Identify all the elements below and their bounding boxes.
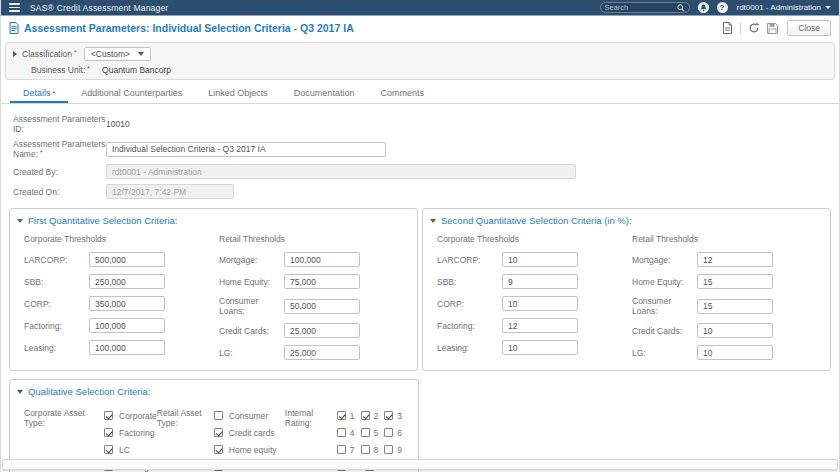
second-quantitative-panel: Second Quantitative Selection Criteria (…: [422, 208, 831, 371]
details-form: Assessment Parameters ID: 10010 Assessme…: [1, 104, 839, 206]
assessment-name-label: Assessment Parameters Name:*: [13, 139, 106, 159]
lg-pct-input[interactable]: [697, 345, 773, 360]
business-unit-label: Business Unit:*: [31, 65, 90, 75]
consumer-checkbox[interactable]: Consumer: [214, 407, 277, 424]
checkbox-icon[interactable]: [104, 411, 113, 420]
checkbox-icon[interactable]: [384, 445, 393, 454]
factoring-pct-input[interactable]: [502, 318, 578, 333]
corp-threshold-input[interactable]: [89, 296, 165, 311]
lc-checkbox[interactable]: LC: [104, 441, 157, 458]
home-equity-threshold-input[interactable]: [284, 274, 360, 289]
consumer-loans-pct-input[interactable]: [697, 299, 773, 314]
home-equity-checkbox[interactable]: Home equity: [214, 441, 277, 458]
field-label: Credit Cards:: [219, 326, 284, 336]
assessment-name-input[interactable]: [106, 142, 386, 157]
rating-8-checkbox[interactable]: 8: [361, 445, 379, 455]
factoring-threshold-input[interactable]: [89, 318, 165, 333]
field-label: SBB:: [437, 277, 502, 287]
field-label: Factoring:: [437, 321, 502, 331]
checkbox-icon[interactable]: [104, 445, 113, 454]
larcorp-pct-input[interactable]: [502, 252, 578, 267]
checkbox-icon[interactable]: [384, 428, 393, 437]
assessment-id-label: Assessment Parameters ID:: [13, 114, 106, 134]
document-icon: [9, 22, 19, 34]
mortgage-pct-input[interactable]: [697, 252, 773, 267]
mortgage-threshold-input[interactable]: [284, 252, 360, 267]
rating-7-checkbox[interactable]: 7: [337, 445, 355, 455]
field-label: Mortgage:: [632, 255, 697, 265]
tab-comments[interactable]: Comments: [367, 84, 437, 103]
rating-3-checkbox[interactable]: 3: [384, 411, 402, 421]
checkbox-icon[interactable]: [361, 411, 370, 420]
checkbox-icon[interactable]: [214, 428, 223, 437]
corporate-thresholds-header: Corporate Thresholds: [24, 234, 212, 244]
checkbox-icon[interactable]: [214, 445, 223, 454]
application-window: SAS® Credit Assessment Manager ? rdt0001…: [0, 0, 840, 472]
home-equity-pct-input[interactable]: [697, 274, 773, 289]
larcorp-threshold-input[interactable]: [89, 252, 165, 267]
checkbox-icon[interactable]: [361, 428, 370, 437]
checkbox-icon[interactable]: [361, 445, 370, 454]
page-header: Assessment Parameters: Individual Select…: [1, 16, 839, 40]
field-label: SBB:: [24, 277, 89, 287]
footer-bar[interactable]: [2, 459, 838, 470]
rating-2-checkbox[interactable]: 2: [361, 411, 379, 421]
retail-thresholds-header: Retail Thresholds: [219, 234, 407, 244]
corp-pct-input[interactable]: [502, 296, 578, 311]
expand-arrow-icon[interactable]: [13, 51, 17, 57]
collapse-arrow-icon[interactable]: [17, 390, 23, 394]
checkbox-icon[interactable]: [214, 411, 223, 420]
checkbox-icon[interactable]: [337, 445, 346, 454]
field-label: LARCORP:: [24, 255, 89, 265]
global-search[interactable]: [600, 2, 690, 13]
rating-6-checkbox[interactable]: 6: [384, 428, 402, 438]
tab-additional-counterparties[interactable]: Additional Counterparties: [68, 84, 195, 103]
rating-9-checkbox[interactable]: 9: [384, 445, 402, 455]
field-label: Leasing:: [437, 343, 502, 353]
field-label: Consumer Loans:: [219, 296, 284, 316]
user-menu[interactable]: rdt0001 - Administration: [737, 3, 832, 12]
search-icon[interactable]: [677, 4, 685, 12]
search-input[interactable]: [605, 3, 677, 12]
toolbar-divider: [740, 23, 741, 34]
rating-4-checkbox[interactable]: 4: [337, 428, 355, 438]
consumer-loans-threshold-input[interactable]: [284, 299, 360, 314]
notifications-icon[interactable]: [698, 2, 709, 13]
checkbox-icon[interactable]: [384, 411, 393, 420]
collapse-arrow-icon[interactable]: [17, 219, 23, 223]
credit-cards-pct-input[interactable]: [697, 323, 773, 338]
business-unit-value: Quantum Bancorp: [102, 65, 171, 75]
checkbox-icon[interactable]: [337, 411, 346, 420]
created-on-field: [106, 184, 234, 199]
field-label: Factoring:: [24, 321, 89, 331]
leasing-threshold-input[interactable]: [89, 340, 165, 355]
sbb-pct-input[interactable]: [502, 274, 578, 289]
required-marker: *: [53, 90, 56, 97]
panel-title: Qualitative Selection Criteria:: [28, 386, 151, 397]
corporate-checkbox[interactable]: Corporate: [104, 407, 157, 424]
sbb-threshold-input[interactable]: [89, 274, 165, 289]
factoring-checkbox[interactable]: Factoring: [104, 424, 157, 441]
checkbox-icon[interactable]: [337, 428, 346, 437]
report-icon[interactable]: [722, 22, 733, 34]
required-marker: *: [40, 149, 43, 156]
tab-details[interactable]: Details*: [10, 84, 68, 103]
save-icon[interactable]: [767, 23, 778, 34]
credit-cards-threshold-input[interactable]: [284, 323, 360, 338]
checkbox-icon[interactable]: [104, 428, 113, 437]
refresh-icon[interactable]: [748, 22, 760, 34]
rating-5-checkbox[interactable]: 5: [361, 428, 379, 438]
tab-linked-objects[interactable]: Linked Objects: [195, 84, 281, 103]
close-button[interactable]: Close: [787, 20, 831, 36]
rating-1-checkbox[interactable]: 1: [337, 411, 355, 421]
classification-dropdown[interactable]: <Custom>: [84, 47, 151, 61]
lg-threshold-input[interactable]: [284, 345, 360, 360]
classification-value: <Custom>: [91, 49, 130, 59]
tab-documentation[interactable]: Documentation: [281, 84, 368, 103]
menu-icon[interactable]: [9, 3, 20, 12]
required-marker: *: [87, 65, 90, 72]
leasing-pct-input[interactable]: [502, 340, 578, 355]
credit-cards-checkbox[interactable]: Credit cards: [214, 424, 277, 441]
help-icon[interactable]: ?: [717, 2, 728, 13]
collapse-arrow-icon[interactable]: [430, 219, 436, 223]
